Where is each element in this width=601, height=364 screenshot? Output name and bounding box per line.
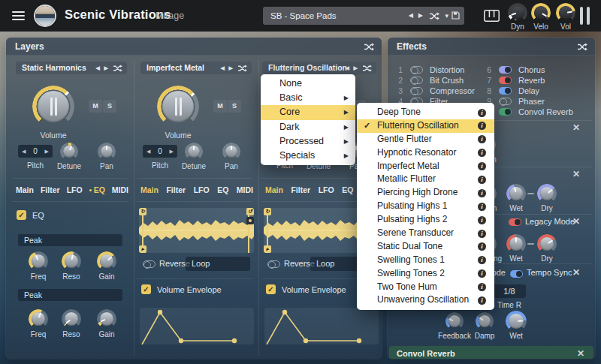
bitcrush-toggle[interactable] — [410, 77, 423, 84]
layer1-tab-lfo[interactable]: LFO — [67, 185, 83, 194]
layer1-pitch-stepper[interactable]: ◀ 0 ▶ — [18, 145, 53, 158]
layer1-tab-main[interactable]: Main — [16, 185, 34, 194]
layer3-next-icon[interactable]: ▶ — [354, 62, 358, 74]
tempo-sync-toggle[interactable] — [510, 270, 523, 278]
layer2-tab-eq[interactable]: EQ — [217, 185, 228, 194]
keyboard-icon[interactable] — [484, 10, 500, 22]
pitch-increment-icon[interactable]: ▶ — [170, 149, 174, 155]
submenu-item[interactable]: Unwavering Oscillationi — [357, 293, 494, 307]
vol-knob[interactable] — [556, 3, 575, 23]
layer1-pan-knob[interactable] — [98, 143, 116, 161]
layer3-header[interactable]: Fluttering Oscillation ◀ ▶ — [262, 62, 376, 74]
layer2-tab-midi[interactable]: MIDI — [237, 185, 253, 194]
layer3-tab-lfo[interactable]: LFO — [319, 185, 334, 194]
preset-save-icon[interactable] — [452, 11, 460, 20]
info-icon[interactable]: i — [478, 189, 486, 197]
submenu-item[interactable]: Imperfect Metali — [357, 160, 494, 173]
submenu-item[interactable]: Gentle Flutteri — [357, 133, 494, 146]
submenu-item[interactable]: Piercing High Dronei — [357, 186, 494, 200]
layer2-waveform-display[interactable]: ↻ ▸ ↺ — [139, 208, 254, 253]
layer3-tab-main[interactable]: Main — [265, 185, 283, 194]
legacy-mode-toggle[interactable] — [509, 218, 521, 226]
convol-reverb-close-icon[interactable]: ✕ — [577, 349, 584, 358]
layer1-prev-icon[interactable]: ◀ — [96, 62, 100, 74]
delay-time-right-select[interactable]: 1/8 — [493, 284, 526, 298]
layer2-loop-select[interactable]: Loop — [186, 257, 250, 271]
delay-section-close-icon[interactable]: ✕ — [572, 268, 580, 277]
loop-end-icon[interactable]: ↺ — [246, 208, 254, 215]
submenu-item[interactable]: Swelling Tones 1i — [357, 254, 494, 267]
layer1-tab-eq[interactable]: EQ — [89, 185, 105, 194]
info-icon[interactable]: i — [478, 256, 486, 264]
chorus-section-close-icon[interactable]: ✕ — [572, 170, 580, 179]
info-icon[interactable]: i — [478, 162, 486, 170]
submenu-item[interactable]: Metallic Flutteri — [357, 173, 494, 186]
menu-item-specials[interactable]: Specials▶ — [261, 149, 355, 163]
submenu-item[interactable]: Deep Tonei — [357, 106, 494, 119]
submenu-item[interactable]: Swelling Tones 2i — [357, 267, 494, 281]
preset-random-icon[interactable] — [429, 12, 439, 20]
delay-feedback-knob[interactable] — [445, 312, 464, 330]
effects-random-icon[interactable] — [577, 43, 587, 51]
eq-band1-gain-knob[interactable] — [97, 251, 116, 271]
convol-reverb-section-header[interactable]: Convol Reverb ✕ — [389, 346, 593, 359]
reverb-toggle[interactable] — [499, 77, 512, 84]
effect-slot-phaser[interactable]: 9 Phaser — [478, 97, 590, 107]
layer2-volume-knob[interactable] — [157, 86, 199, 128]
effect-slot-delay[interactable]: 8 Delay — [478, 86, 590, 97]
layer2-detune-knob[interactable] — [185, 143, 203, 161]
preset-dropdown-icon[interactable]: ▾ — [445, 7, 448, 25]
menu-item-basic[interactable]: Basic▶ — [261, 91, 355, 105]
chorus-toggle[interactable] — [499, 66, 512, 74]
chorus-dry-knob[interactable] — [537, 184, 557, 203]
effect-slot-reverb[interactable]: 7 Reverb — [478, 76, 590, 86]
reverb-section-close-icon[interactable]: ✕ — [572, 217, 580, 226]
layer2-envelope-checkbox[interactable] — [141, 284, 151, 294]
info-icon[interactable]: i — [478, 296, 486, 305]
layer2-pitch-stepper[interactable]: ◀ 0 ▶ — [143, 145, 177, 158]
layer1-header[interactable]: Static Harmonics ◀ ▶ — [16, 62, 127, 74]
delay-toggle[interactable] — [499, 87, 512, 95]
effect-slot-bitcrush[interactable]: 2 Bit Crush — [392, 76, 482, 86]
eq-band2-gain-knob[interactable] — [97, 309, 116, 329]
submenu-item[interactable]: Serene Transduceri — [357, 227, 494, 240]
preset-prev-icon[interactable]: ◀ — [409, 7, 413, 25]
eq-band2-type-select[interactable]: Peak — [18, 289, 122, 301]
effect-slot-chorus[interactable]: 6 Chorus — [478, 65, 590, 76]
play-start-icon[interactable]: ▸ — [139, 245, 146, 253]
submenu-item[interactable]: Pulsating Highs 1i — [357, 200, 494, 213]
loop-start-icon[interactable]: ↻ — [139, 208, 146, 215]
layer2-prev-icon[interactable]: ◀ — [221, 62, 225, 74]
info-icon[interactable]: i — [478, 283, 486, 291]
phaser-toggle[interactable] — [499, 98, 512, 105]
layer2-tab-filter[interactable]: Filter — [166, 185, 186, 194]
eq-band2-reso-knob[interactable] — [62, 309, 81, 329]
menu-item-processed[interactable]: Processed▶ — [261, 134, 355, 149]
layer3-prev-icon[interactable]: ◀ — [346, 62, 349, 74]
layer2-pan-knob[interactable] — [222, 143, 240, 161]
submenu-item[interactable]: Static Dual Tonei — [357, 240, 494, 254]
info-icon[interactable]: i — [478, 176, 486, 184]
distortion-toggle[interactable] — [410, 66, 423, 74]
menu-item-dark[interactable]: Dark▶ — [261, 120, 355, 134]
layer2-envelope-display[interactable] — [140, 308, 254, 344]
layer1-tab-midi[interactable]: MIDI — [112, 185, 128, 194]
layer2-mute-button[interactable]: M — [213, 100, 227, 113]
chorus-wet-knob[interactable] — [506, 184, 526, 203]
delay-damp-knob[interactable] — [476, 312, 494, 330]
width-section-close-icon[interactable]: ✕ — [572, 123, 580, 132]
loop-start-icon[interactable]: ↻ — [264, 208, 271, 215]
submenu-item-selected[interactable]: ✓Fluttering Oscillationi — [357, 119, 494, 133]
effect-slot-compressor[interactable]: 3 Compressor — [392, 86, 482, 97]
layer1-tab-filter[interactable]: Filter — [41, 185, 60, 194]
layer3-envelope-display[interactable] — [264, 308, 379, 344]
dyn-knob[interactable] — [508, 3, 527, 23]
info-icon[interactable]: i — [478, 242, 486, 251]
layer1-eq-enable-checkbox[interactable] — [17, 210, 26, 220]
eq-band2-freq-knob[interactable] — [29, 309, 48, 329]
layer2-reverse-toggle[interactable] — [143, 260, 156, 268]
layer1-solo-button[interactable]: S — [103, 100, 116, 113]
layer2-tab-main[interactable]: Main — [140, 185, 159, 194]
layer2-tab-lfo[interactable]: LFO — [194, 185, 210, 194]
layer3-tab-filter[interactable]: Filter — [291, 185, 310, 194]
